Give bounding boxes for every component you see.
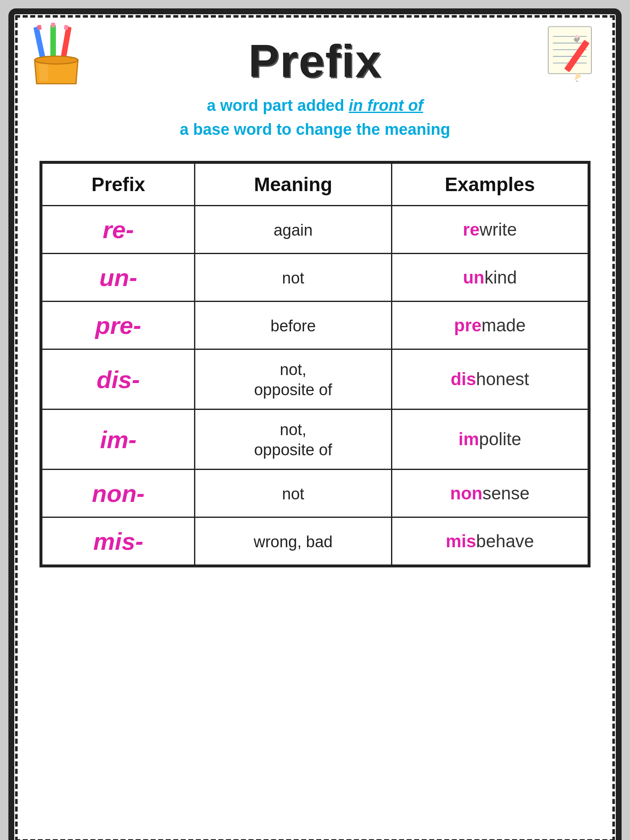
meaning-value-3: not,opposite of xyxy=(254,361,332,399)
title-section: Prefix a word part added in front of a b… xyxy=(39,27,591,146)
cell-meaning-6: wrong, bad xyxy=(195,517,391,565)
subtitle-underline: in front of xyxy=(349,97,423,114)
table-row: un-notunkind xyxy=(42,254,588,302)
table-row: im-not,opposite ofimpolite xyxy=(42,410,588,470)
subtitle-part2: a base word to change the meaning xyxy=(180,121,450,138)
notepad-decoration xyxy=(544,23,603,81)
cell-example-3: dishonest xyxy=(391,349,588,410)
prefix-value-3: dis- xyxy=(97,366,140,393)
cell-meaning-4: not,opposite of xyxy=(195,410,391,470)
example-prefix-part-3: dis xyxy=(451,369,476,389)
example-prefix-part-0: re xyxy=(463,220,480,239)
cell-example-2: premade xyxy=(391,302,588,349)
pencil-cup-decoration xyxy=(27,23,86,86)
cell-meaning-2: before xyxy=(195,302,391,349)
example-prefix-part-2: pre xyxy=(454,315,481,335)
header-meaning: Meaning xyxy=(195,163,391,206)
cell-prefix-2: pre- xyxy=(42,302,195,349)
header-examples: Examples xyxy=(391,163,588,206)
header-prefix: Prefix xyxy=(42,163,195,206)
cell-meaning-5: not xyxy=(195,470,391,517)
meaning-value-5: not xyxy=(282,485,304,503)
svg-rect-3 xyxy=(50,25,56,56)
example-base-part-1: kind xyxy=(484,268,517,287)
page: Prefix a word part added in front of a b… xyxy=(8,8,622,840)
example-base-part-5: sense xyxy=(483,483,530,503)
example-prefix-part-5: non xyxy=(450,483,483,503)
example-prefix-part-4: im xyxy=(459,429,479,449)
cell-example-0: rewrite xyxy=(391,206,588,254)
cell-prefix-6: mis- xyxy=(42,517,195,565)
prefix-value-1: un- xyxy=(100,264,137,291)
cell-meaning-0: again xyxy=(195,206,391,254)
svg-rect-8 xyxy=(64,25,68,30)
cell-meaning-3: not,opposite of xyxy=(195,349,391,410)
cell-example-1: unkind xyxy=(391,254,588,302)
prefix-value-4: im- xyxy=(100,426,136,453)
example-base-part-6: behave xyxy=(476,531,534,551)
prefix-table: Prefix Meaning Examples re-againrewriteu… xyxy=(41,163,589,566)
svg-line-20 xyxy=(576,81,578,81)
table-row: dis-not,opposite ofdishonest xyxy=(42,349,588,410)
svg-rect-5 xyxy=(51,23,55,27)
example-base-part-2: made xyxy=(481,315,525,335)
example-prefix-part-1: un xyxy=(463,268,484,287)
cell-prefix-5: non- xyxy=(42,470,195,517)
prefix-value-2: pre- xyxy=(95,312,142,339)
table-row: non-notnonsense xyxy=(42,470,588,517)
svg-rect-6 xyxy=(60,26,71,58)
meaning-value-0: again xyxy=(273,221,312,239)
svg-point-9 xyxy=(34,56,78,64)
example-prefix-part-6: mis xyxy=(446,531,476,551)
meaning-value-1: not xyxy=(282,269,304,287)
svg-rect-0 xyxy=(33,26,45,58)
subtitle-part1: a word part added xyxy=(207,97,349,114)
page-title: Prefix xyxy=(39,35,591,86)
table-row: mis-wrong, badmisbehave xyxy=(42,517,588,565)
prefix-value-5: non- xyxy=(92,480,145,507)
cell-example-6: misbehave xyxy=(391,517,588,565)
cell-example-4: impolite xyxy=(391,410,588,470)
table-row: pre-beforepremade xyxy=(42,302,588,349)
meaning-value-6: wrong, bad xyxy=(254,533,333,551)
cell-example-5: nonsense xyxy=(391,470,588,517)
meaning-value-2: before xyxy=(270,317,316,335)
example-base-part-4: polite xyxy=(479,429,521,449)
prefix-value-0: re- xyxy=(103,216,134,243)
prefix-table-wrapper: Prefix Meaning Examples re-againrewriteu… xyxy=(39,161,591,567)
table-header-row: Prefix Meaning Examples xyxy=(42,163,588,206)
page-subtitle: a word part added in front of a base wor… xyxy=(39,94,591,142)
meaning-value-4: not,opposite of xyxy=(254,421,332,459)
table-row: re-againrewrite xyxy=(42,206,588,254)
cell-prefix-3: dis- xyxy=(42,349,195,410)
prefix-value-6: mis- xyxy=(93,528,143,555)
cell-prefix-4: im- xyxy=(42,410,195,470)
example-base-part-0: write xyxy=(480,220,517,239)
cell-prefix-1: un- xyxy=(42,254,195,302)
cell-prefix-0: re- xyxy=(42,206,195,254)
example-base-part-3: honest xyxy=(476,369,529,389)
cell-meaning-1: not xyxy=(195,254,391,302)
